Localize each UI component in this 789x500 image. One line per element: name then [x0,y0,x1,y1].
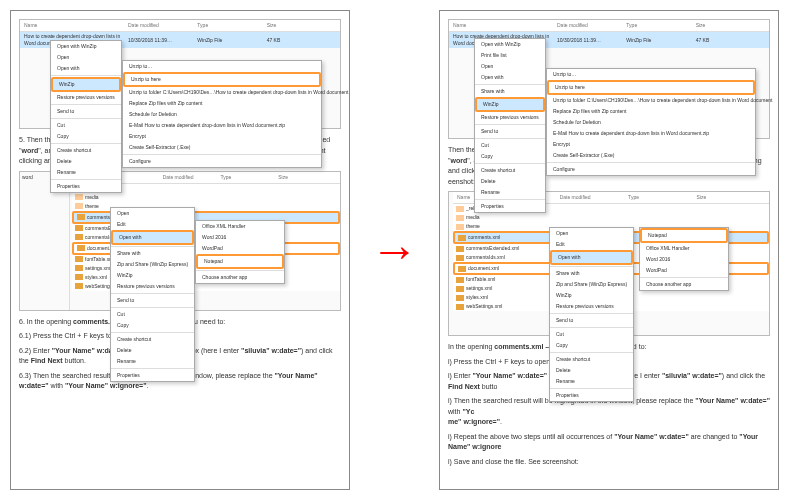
ctx2r-sendto[interactable]: Send to [550,315,633,326]
sub-replace[interactable]: Replace Zip files with Zip content [123,98,321,109]
ctx2-props[interactable]: Properties [111,370,194,381]
winzip-submenu-r[interactable]: Unzip to… Unzip to here Unzip to folder … [546,68,756,176]
ctx2-zipshare[interactable]: Zip and Share (WinZip Express) [111,259,194,270]
context-menu-1[interactable]: Open with WinZip Open Open with WinZip R… [50,40,122,193]
ctxr-shortcut[interactable]: Create shortcut [475,165,545,176]
ctx2-rename[interactable]: Rename [111,356,194,367]
ctxr-copy[interactable]: Copy [475,151,545,162]
ctx-copy[interactable]: Copy [51,131,121,142]
xml-icon [456,304,464,310]
ctx-sendto[interactable]: Send to [51,106,121,117]
ctx2r-shortcut[interactable]: Create shortcut [550,354,633,365]
sub-schedule[interactable]: Schedule for Deletion [123,109,321,120]
sub2-word[interactable]: Word 2016 [196,232,284,243]
ctx2r-edit[interactable]: Edit [550,239,633,250]
xml-icon [458,235,466,241]
ctx2r-zipshare[interactable]: Zip and Share (WinZip Express) [550,279,633,290]
ctxr-winzip[interactable]: WinZip [475,97,545,112]
ctx2-delete[interactable]: Delete [111,345,194,356]
ctx-delete[interactable]: Delete [51,156,121,167]
sub2r-choose[interactable]: Choose another app [640,279,728,290]
fe-columns: Name Date modified Type Size [20,20,340,32]
ctx2-open[interactable]: Open [111,208,194,219]
subr-unzipfolder[interactable]: Unzip to folder C:\Users\CH190\Des…\How … [547,95,755,106]
sub2r-xmlhandler[interactable]: Office XML Handler [640,243,728,254]
sub-unzip-to[interactable]: Unzip to… [123,61,321,72]
sub2-notepad[interactable]: Notepad [196,254,284,269]
ctx2r-open[interactable]: Open [550,228,633,239]
arrow-icon: → [371,223,419,278]
subr-unzipto[interactable]: Unzip to… [547,69,755,80]
ctx2r-copy[interactable]: Copy [550,340,633,351]
ctx-restore[interactable]: Restore previous versions [51,92,121,103]
ctx2-sendto[interactable]: Send to [111,295,194,306]
subr-email[interactable]: E-Mail How to create dependent drop-down… [547,128,755,139]
sub-sfx[interactable]: Create Self-Extractor (.Exe) [123,142,321,153]
openwith-submenu[interactable]: Office XML Handler Word 2016 WordPad Not… [195,220,285,284]
subr-sfx[interactable]: Create Self-Extractor (.Exe) [547,150,755,161]
ctx-open-winzip[interactable]: Open with WinZip [51,41,121,52]
sub2r-notepad[interactable]: Notepad [640,228,728,243]
sub-encrypt[interactable]: Encrypt [123,131,321,142]
ctx2-copy[interactable]: Copy [111,320,194,331]
sub-unzip-folder[interactable]: Unzip to folder C:\Users\CH190\Des…\How … [123,87,321,98]
ctxr-openwinzip[interactable]: Open with WinZip [475,39,545,50]
ctxr-sendto[interactable]: Send to [475,126,545,137]
ctx2-restore[interactable]: Restore previous versions [111,281,194,292]
ctx2-winzip[interactable]: WinZip [111,270,194,281]
ctxr-share[interactable]: Share with [475,86,545,97]
ctx-shortcut[interactable]: Create shortcut [51,145,121,156]
subr-encrypt[interactable]: Encrypt [547,139,755,150]
ctxr-delete[interactable]: Delete [475,176,545,187]
folder-row[interactable]: media [72,193,340,202]
ctx2-edit[interactable]: Edit [111,219,194,230]
subr-schedule[interactable]: Schedule for Deletion [547,117,755,128]
left-page: Name Date modified Type Size How to crea… [10,10,350,490]
ctxr-rename[interactable]: Rename [475,187,545,198]
ctx2-shortcut[interactable]: Create shortcut [111,334,194,345]
subr-configure[interactable]: Configure [547,164,755,175]
sub2-wordpad[interactable]: WordPad [196,243,284,254]
sub-configure[interactable]: Configure [123,156,321,167]
ctxr-print[interactable]: Print file list [475,50,545,61]
ctx2-openwith[interactable]: Open with [111,230,194,245]
context-menu-2[interactable]: Open Edit Open with Share with Zip and S… [110,207,195,382]
ctx2-share[interactable]: Share with [111,248,194,259]
xml-icon [75,265,83,271]
ctx-rename[interactable]: Rename [51,167,121,178]
ctxr-restore[interactable]: Restore previous versions [475,112,545,123]
openwith-submenu-r[interactable]: Notepad Office XML Handler Word 2016 Wor… [639,227,729,291]
context-menu-1r[interactable]: Open with WinZip Print file list Open Op… [474,38,546,213]
ctx-winzip[interactable]: WinZip [51,77,121,92]
xml-icon [456,286,464,292]
ctx-open[interactable]: Open [51,52,121,63]
ctx2r-restore[interactable]: Restore previous versions [550,301,633,312]
sub2r-word[interactable]: Word 2016 [640,254,728,265]
sub2-choose[interactable]: Choose another app [196,272,284,283]
ctx2r-delete[interactable]: Delete [550,365,633,376]
ctxr-cut[interactable]: Cut [475,140,545,151]
ctx-cut[interactable]: Cut [51,120,121,131]
ctx2r-share[interactable]: Share with [550,268,633,279]
sub-email[interactable]: E-Mail How to create dependent drop-down… [123,120,321,131]
file-explorer-1r: Name Date modified Type Size How to crea… [448,19,770,139]
sub2-xmlhandler[interactable]: Office XML Handler [196,221,284,232]
subr-unziphere[interactable]: Unzip to here [547,80,755,95]
ctx2r-rename[interactable]: Rename [550,376,633,387]
subr-replace[interactable]: Replace Zip files with Zip content [547,106,755,117]
ctxr-openwith[interactable]: Open with [475,72,545,83]
ctx2r-cut[interactable]: Cut [550,329,633,340]
folder-row[interactable]: media [453,213,769,222]
ctxr-props[interactable]: Properties [475,201,545,212]
ctx2-cut[interactable]: Cut [111,309,194,320]
ctx2r-winzip[interactable]: WinZip [550,290,633,301]
ctx-properties[interactable]: Properties [51,181,121,192]
context-menu-2r[interactable]: Open Edit Open with Share with Zip and S… [549,227,634,402]
sub-unzip-here[interactable]: Unzip to here [123,72,321,87]
ctx-open-with[interactable]: Open with [51,63,121,74]
ctx2r-props[interactable]: Properties [550,390,633,401]
ctx2r-openwith[interactable]: Open with [550,250,633,265]
ctxr-open[interactable]: Open [475,61,545,72]
winzip-submenu[interactable]: Unzip to… Unzip to here Unzip to folder … [122,60,322,168]
sub2r-wordpad[interactable]: WordPad [640,265,728,276]
